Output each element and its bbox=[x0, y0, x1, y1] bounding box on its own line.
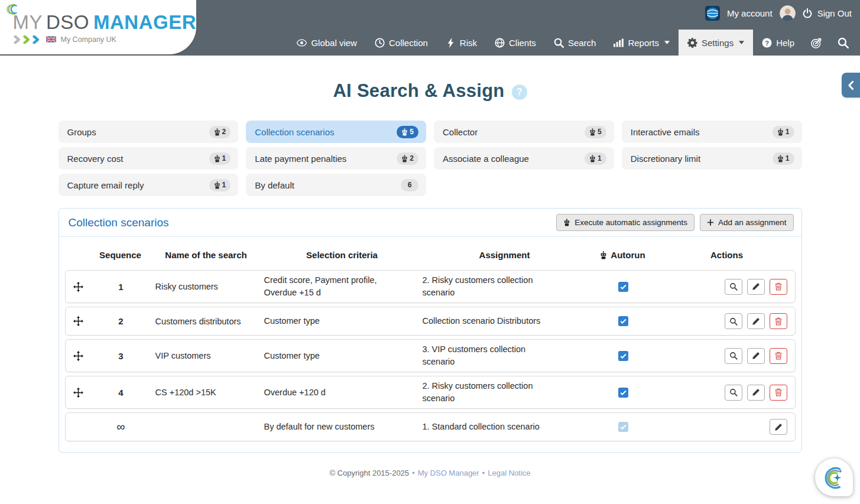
assignment-value: 3. VIP customers collection scenario bbox=[423, 343, 588, 368]
plus-icon bbox=[707, 219, 714, 226]
my-account-button[interactable]: My account bbox=[727, 8, 773, 18]
autorun-checkbox[interactable] bbox=[618, 282, 628, 292]
assignment-value: Collection scenario Distributors bbox=[423, 315, 588, 327]
check-icon bbox=[620, 353, 627, 359]
filter-tag-late-payment-penalties[interactable]: Late payment penalties 2 bbox=[246, 147, 426, 170]
view-button[interactable] bbox=[725, 279, 742, 295]
robot-icon bbox=[777, 128, 784, 136]
help-icon[interactable]: ? bbox=[512, 84, 527, 100]
header-assignment: Assignment bbox=[422, 250, 588, 260]
filter-tags: Groups 2 Collection scenarios 5 Collecto… bbox=[59, 121, 802, 196]
selection-criteria: Customer type bbox=[263, 315, 423, 327]
account-app-icon[interactable] bbox=[705, 6, 720, 21]
robot-icon bbox=[214, 128, 220, 136]
page-title: AI Search & Assign bbox=[333, 80, 504, 102]
filter-tag-interactive-emails[interactable]: Interactive emails 1 bbox=[622, 121, 802, 143]
svg-text:?: ? bbox=[765, 38, 769, 46]
side-panel-toggle[interactable] bbox=[842, 73, 860, 97]
ai-sparkle-icon bbox=[821, 464, 847, 490]
edit-button[interactable] bbox=[747, 385, 765, 401]
edit-button[interactable] bbox=[747, 348, 765, 364]
nav-item-reports[interactable]: Reports bbox=[605, 30, 679, 56]
selection-criteria: Overdue +120 d bbox=[263, 386, 423, 399]
count-badge: 5 bbox=[585, 126, 606, 138]
view-button[interactable] bbox=[725, 313, 742, 329]
chart-icon bbox=[614, 38, 624, 48]
ai-assistant-button[interactable] bbox=[815, 459, 853, 496]
check-icon bbox=[620, 318, 627, 324]
filter-tag-by-default[interactable]: By default 6 bbox=[246, 174, 426, 196]
table-rows: 1 Risky customers Credit score, Payment … bbox=[65, 270, 796, 441]
nav-item-search[interactable]: Search bbox=[545, 30, 605, 56]
legal-notice-link[interactable]: Legal Notice bbox=[488, 469, 530, 477]
delete-button[interactable] bbox=[770, 279, 787, 295]
search-icon bbox=[554, 38, 564, 48]
globe-icon bbox=[495, 38, 505, 48]
clock-icon bbox=[375, 38, 385, 48]
robot-icon bbox=[214, 181, 220, 189]
edit-button[interactable] bbox=[747, 313, 765, 329]
edit-button[interactable] bbox=[770, 419, 787, 435]
move-handle-icon[interactable] bbox=[73, 282, 83, 292]
target-icon[interactable] bbox=[803, 30, 830, 56]
count-badge: 1 bbox=[209, 179, 231, 191]
robot-icon bbox=[563, 219, 570, 226]
robot-icon bbox=[401, 155, 408, 162]
autorun-checkbox[interactable] bbox=[618, 351, 628, 361]
move-handle-icon[interactable] bbox=[73, 351, 83, 361]
filter-tag-capture-email-reply[interactable]: Capture email reply 1 bbox=[59, 174, 239, 196]
filter-tag-groups[interactable]: Groups 2 bbox=[59, 121, 239, 143]
count-badge: 1 bbox=[209, 152, 231, 165]
selection-criteria: Customer type bbox=[263, 350, 423, 362]
collection-scenarios-panel: Collection scenarios Execute automatic a… bbox=[59, 208, 802, 453]
add-assignment-button[interactable]: Add an assignment bbox=[700, 214, 794, 231]
search-name: CS +120d >15K bbox=[151, 388, 263, 397]
logo-wordmark: MYDSOMANAGER bbox=[12, 11, 196, 34]
chevron-down-icon bbox=[664, 41, 670, 44]
view-button[interactable] bbox=[725, 385, 742, 401]
nav-item-settings[interactable]: Settings bbox=[679, 30, 753, 56]
autorun-checkbox[interactable] bbox=[618, 422, 628, 432]
table-row: 3 VIP customers Customer type 3. VIP cus… bbox=[65, 339, 796, 372]
main-content: AI Search & Assign ? Groups 2 Collection… bbox=[59, 80, 802, 477]
filter-tag-associate-a-colleague[interactable]: Associate a colleague 1 bbox=[434, 147, 614, 170]
table-row: 1 Risky customers Credit score, Payment … bbox=[65, 270, 796, 303]
nav-item-clients[interactable]: Clients bbox=[486, 30, 545, 56]
count-badge: 2 bbox=[397, 152, 418, 165]
nav-item-global-view[interactable]: Global view bbox=[288, 30, 366, 56]
robot-icon bbox=[214, 155, 220, 162]
nav-item-collection[interactable]: Collection bbox=[366, 30, 437, 56]
delete-button[interactable] bbox=[770, 385, 787, 401]
search-icon[interactable] bbox=[830, 30, 856, 56]
nav-item-help[interactable]: ? Help bbox=[753, 30, 803, 56]
move-handle-icon[interactable] bbox=[73, 316, 83, 326]
selection-criteria: By default for new customers bbox=[263, 421, 423, 433]
filter-tag-collector[interactable]: Collector 5 bbox=[434, 121, 614, 143]
move-handle-icon[interactable] bbox=[73, 388, 83, 398]
robot-icon bbox=[401, 128, 408, 136]
user-avatar[interactable] bbox=[780, 5, 796, 21]
delete-button[interactable] bbox=[770, 348, 787, 364]
header-sequence: Sequence bbox=[91, 250, 150, 260]
brand-link[interactable]: My DSO Manager bbox=[418, 469, 479, 477]
filter-tag-collection-scenarios[interactable]: Collection scenarios 5 bbox=[246, 121, 426, 143]
count-badge: 1 bbox=[773, 152, 794, 165]
sign-out-button[interactable]: Sign Out bbox=[803, 8, 852, 18]
execute-assignments-button[interactable]: Execute automatic assignments bbox=[556, 214, 695, 231]
autorun-checkbox[interactable] bbox=[618, 316, 628, 326]
filter-tag-discretionary-limit[interactable]: Discretionary limit 1 bbox=[622, 147, 802, 170]
panel-title: Collection scenarios bbox=[69, 216, 169, 229]
view-button[interactable] bbox=[725, 348, 742, 364]
filter-tag-recovery-cost[interactable]: Recovery cost 1 bbox=[59, 147, 239, 170]
edit-button[interactable] bbox=[747, 279, 765, 295]
sequence-value: 3 bbox=[92, 351, 151, 361]
eye-icon bbox=[297, 38, 307, 48]
autorun-checkbox[interactable] bbox=[618, 388, 628, 398]
count-badge: 1 bbox=[773, 126, 794, 138]
delete-button[interactable] bbox=[770, 313, 787, 329]
sequence-value: 1 bbox=[92, 282, 151, 292]
robot-icon bbox=[600, 251, 607, 259]
app-logo[interactable]: MYDSOMANAGER My Company UK bbox=[0, 0, 196, 54]
question-icon: ? bbox=[762, 38, 772, 48]
nav-item-risk[interactable]: Risk bbox=[437, 30, 486, 56]
